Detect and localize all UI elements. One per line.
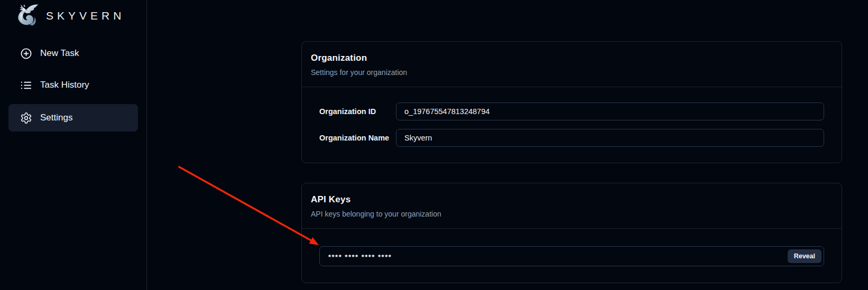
reveal-button[interactable]: Reveal xyxy=(788,249,821,263)
api-key-masked-value: **** **** **** **** xyxy=(328,252,788,260)
organization-name-input[interactable] xyxy=(396,129,824,147)
sidebar-item-label: Settings xyxy=(40,113,72,123)
organization-name-label: Organization Name xyxy=(319,134,390,142)
organization-card-header: Organization Settings for your organizat… xyxy=(302,42,842,87)
api-key-field[interactable]: **** **** **** **** Reveal xyxy=(319,246,824,266)
organization-id-label: Organization ID xyxy=(319,107,390,116)
sidebar-nav: New Task Task History xyxy=(0,30,146,132)
plus-circle-icon xyxy=(20,48,32,60)
organization-card-title: Organization xyxy=(311,53,833,63)
gear-icon xyxy=(20,112,32,124)
organization-card-body: Organization ID Organization Name xyxy=(302,87,842,163)
api-keys-card: API Keys API keys belonging to your orga… xyxy=(301,183,842,283)
sidebar-item-label: New Task xyxy=(40,48,79,59)
list-icon xyxy=(20,79,32,91)
organization-name-row: Organization Name xyxy=(319,129,824,147)
sidebar-item-task-history[interactable]: Task History xyxy=(8,72,138,98)
api-keys-card-body: **** **** **** **** Reveal xyxy=(302,229,842,283)
organization-card: Organization Settings for your organizat… xyxy=(301,41,842,163)
api-keys-card-header: API Keys API keys belonging to your orga… xyxy=(302,183,842,229)
api-keys-card-title: API Keys xyxy=(311,194,833,205)
brand-name: SKYVERN xyxy=(46,10,125,22)
api-keys-card-subtitle: API keys belonging to your organization xyxy=(311,210,833,218)
organization-id-row: Organization ID xyxy=(319,102,824,120)
brand-logo[interactable]: SKYVERN xyxy=(0,0,146,30)
sidebar-item-label: Task History xyxy=(40,80,89,90)
sidebar: SKYVERN New Task xyxy=(0,0,147,290)
sidebar-item-settings[interactable]: Settings xyxy=(8,104,138,132)
sidebar-item-new-task[interactable]: New Task xyxy=(8,41,138,66)
organization-card-subtitle: Settings for your organization xyxy=(311,68,833,77)
dragon-logo-icon xyxy=(15,3,41,29)
organization-id-input[interactable] xyxy=(396,102,824,120)
settings-page: Organization Settings for your organizat… xyxy=(301,41,842,283)
